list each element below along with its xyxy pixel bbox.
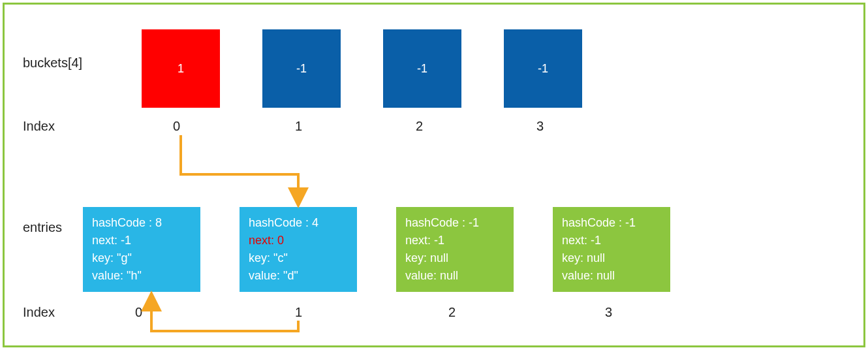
entry-hashcode: hashCode : 4	[249, 214, 318, 232]
entry-hashcode: hashCode : 8	[92, 214, 162, 232]
bucket-index: 1	[295, 119, 302, 134]
entry-index: 2	[448, 305, 456, 320]
label-index-bottom: Index	[23, 305, 55, 320]
entry-3: hashCode : -1 next: -1 key: null value: …	[553, 207, 670, 292]
entry-hashcode: hashCode : -1	[562, 214, 636, 232]
bucket-index: 2	[416, 119, 423, 134]
arrow-entry1-to-entry0	[151, 296, 298, 331]
bucket-value: 1	[178, 62, 184, 76]
entry-key: key: "c"	[249, 249, 288, 267]
entry-index: 1	[295, 305, 302, 320]
entry-key: key: "g"	[92, 249, 132, 267]
entry-key: key: null	[562, 249, 605, 267]
entry-key: key: null	[405, 249, 448, 267]
entry-2: hashCode : -1 next: -1 key: null value: …	[396, 207, 514, 292]
entry-value: value: null	[562, 267, 615, 285]
bucket-3: -1	[504, 29, 582, 108]
entry-next: next: -1	[562, 232, 601, 249]
bucket-2: -1	[383, 29, 461, 108]
entry-index: 3	[605, 305, 612, 320]
entry-hashcode: hashCode : -1	[405, 214, 479, 232]
entry-value: value: "d"	[249, 267, 298, 285]
entry-1: hashCode : 4 next: 0 key: "c" value: "d"	[240, 207, 357, 292]
entry-index: 0	[135, 305, 142, 320]
label-index-top: Index	[23, 119, 55, 134]
bucket-0: 1	[142, 29, 220, 108]
bucket-value: -1	[538, 62, 548, 76]
arrow-bucket0-to-entry1	[181, 135, 298, 203]
entry-next: next: 0	[249, 232, 284, 249]
bucket-1: -1	[262, 29, 341, 108]
label-buckets: buckets[4]	[23, 56, 82, 71]
entry-next: next: -1	[92, 232, 131, 249]
entry-next: next: -1	[405, 232, 444, 249]
entry-0: hashCode : 8 next: -1 key: "g" value: "h…	[83, 207, 200, 292]
bucket-value: -1	[417, 62, 427, 76]
bucket-index: 0	[173, 119, 180, 134]
entry-value: value: null	[405, 267, 458, 285]
diagram-frame: buckets[4] Index entries Index 1 -1 -1 -…	[3, 3, 865, 347]
label-entries: entries	[23, 220, 62, 235]
entry-value: value: "h"	[92, 267, 142, 285]
bucket-value: -1	[296, 62, 307, 76]
bucket-index: 3	[536, 119, 544, 134]
